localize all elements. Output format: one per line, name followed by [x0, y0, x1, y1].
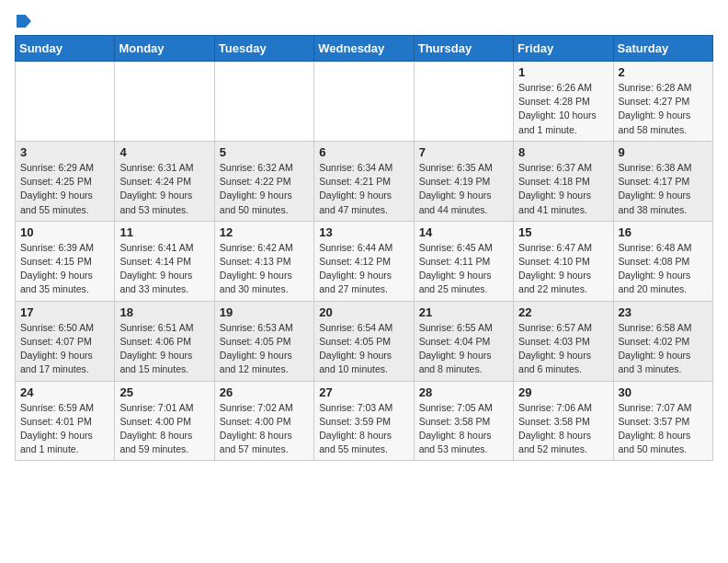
day-number: 3	[20, 145, 109, 159]
calendar-cell: 27Sunrise: 7:03 AM Sunset: 3:59 PM Dayli…	[314, 381, 414, 461]
day-number: 20	[319, 305, 408, 319]
day-info: Sunrise: 6:53 AM Sunset: 4:05 PM Dayligh…	[220, 321, 309, 377]
calendar-cell: 5Sunrise: 6:32 AM Sunset: 4:22 PM Daylig…	[214, 141, 313, 221]
day-number: 5	[220, 145, 309, 159]
day-info: Sunrise: 6:59 AM Sunset: 4:01 PM Dayligh…	[20, 401, 109, 457]
logo	[15, 15, 31, 28]
day-info: Sunrise: 7:05 AM Sunset: 3:58 PM Dayligh…	[419, 401, 508, 457]
day-number: 24	[20, 385, 109, 399]
day-number: 7	[419, 145, 508, 159]
day-number: 22	[518, 305, 608, 319]
day-info: Sunrise: 6:42 AM Sunset: 4:13 PM Dayligh…	[220, 241, 309, 297]
calendar-cell: 30Sunrise: 7:07 AM Sunset: 3:57 PM Dayli…	[613, 381, 712, 461]
day-info: Sunrise: 6:32 AM Sunset: 4:22 PM Dayligh…	[220, 161, 309, 217]
day-info: Sunrise: 6:37 AM Sunset: 4:18 PM Dayligh…	[518, 161, 608, 217]
calendar-cell: 8Sunrise: 6:37 AM Sunset: 4:18 PM Daylig…	[514, 141, 613, 221]
day-number: 18	[119, 305, 209, 319]
calendar-cell: 17Sunrise: 6:50 AM Sunset: 4:07 PM Dayli…	[16, 301, 115, 381]
day-info: Sunrise: 6:48 AM Sunset: 4:08 PM Dayligh…	[619, 241, 708, 297]
calendar-cell: 9Sunrise: 6:38 AM Sunset: 4:17 PM Daylig…	[613, 141, 712, 221]
day-number: 6	[319, 145, 408, 159]
logo-icon	[17, 15, 31, 28]
calendar-cell	[115, 62, 214, 142]
day-number: 14	[419, 225, 508, 239]
day-info: Sunrise: 6:28 AM Sunset: 4:27 PM Dayligh…	[619, 81, 708, 137]
day-number: 2	[619, 65, 708, 79]
weekday-header: Thursday	[414, 36, 513, 62]
day-number: 30	[619, 385, 708, 399]
day-info: Sunrise: 6:31 AM Sunset: 4:24 PM Dayligh…	[119, 161, 209, 217]
day-info: Sunrise: 6:50 AM Sunset: 4:07 PM Dayligh…	[20, 321, 109, 377]
day-number: 1	[518, 65, 608, 79]
calendar-header: SundayMondayTuesdayWednesdayThursdayFrid…	[16, 36, 713, 62]
calendar-cell: 22Sunrise: 6:57 AM Sunset: 4:03 PM Dayli…	[514, 301, 613, 381]
day-info: Sunrise: 6:38 AM Sunset: 4:17 PM Dayligh…	[619, 161, 708, 217]
calendar-cell: 20Sunrise: 6:54 AM Sunset: 4:05 PM Dayli…	[314, 301, 414, 381]
day-info: Sunrise: 7:07 AM Sunset: 3:57 PM Dayligh…	[619, 401, 708, 457]
calendar-cell: 15Sunrise: 6:47 AM Sunset: 4:10 PM Dayli…	[514, 221, 613, 301]
day-info: Sunrise: 6:54 AM Sunset: 4:05 PM Dayligh…	[319, 321, 408, 377]
calendar-cell: 1Sunrise: 6:26 AM Sunset: 4:28 PM Daylig…	[514, 62, 613, 142]
day-info: Sunrise: 7:01 AM Sunset: 4:00 PM Dayligh…	[119, 401, 209, 457]
calendar-cell: 25Sunrise: 7:01 AM Sunset: 4:00 PM Dayli…	[115, 381, 214, 461]
weekday-header: Sunday	[16, 36, 115, 62]
calendar-week-row: 1Sunrise: 6:26 AM Sunset: 4:28 PM Daylig…	[16, 62, 713, 142]
calendar-cell	[414, 62, 513, 142]
day-number: 27	[319, 385, 408, 399]
day-info: Sunrise: 6:58 AM Sunset: 4:02 PM Dayligh…	[619, 321, 708, 377]
day-info: Sunrise: 6:39 AM Sunset: 4:15 PM Dayligh…	[20, 241, 109, 297]
calendar-cell: 19Sunrise: 6:53 AM Sunset: 4:05 PM Dayli…	[214, 301, 313, 381]
day-number: 10	[20, 225, 109, 239]
day-info: Sunrise: 6:45 AM Sunset: 4:11 PM Dayligh…	[419, 241, 508, 297]
calendar-cell: 4Sunrise: 6:31 AM Sunset: 4:24 PM Daylig…	[115, 141, 214, 221]
day-info: Sunrise: 6:41 AM Sunset: 4:14 PM Dayligh…	[119, 241, 209, 297]
day-number: 4	[119, 145, 209, 159]
day-number: 12	[220, 225, 309, 239]
day-info: Sunrise: 6:34 AM Sunset: 4:21 PM Dayligh…	[319, 161, 408, 217]
calendar-cell: 10Sunrise: 6:39 AM Sunset: 4:15 PM Dayli…	[16, 221, 115, 301]
weekday-header: Tuesday	[214, 36, 313, 62]
calendar-cell: 26Sunrise: 7:02 AM Sunset: 4:00 PM Dayli…	[214, 381, 313, 461]
day-number: 28	[419, 385, 508, 399]
calendar-cell: 18Sunrise: 6:51 AM Sunset: 4:06 PM Dayli…	[115, 301, 214, 381]
calendar-cell	[16, 62, 115, 142]
day-number: 15	[518, 225, 608, 239]
day-info: Sunrise: 6:26 AM Sunset: 4:28 PM Dayligh…	[518, 81, 608, 137]
calendar-cell: 12Sunrise: 6:42 AM Sunset: 4:13 PM Dayli…	[214, 221, 313, 301]
day-number: 23	[619, 305, 708, 319]
weekday-header: Monday	[115, 36, 214, 62]
page-header	[15, 15, 713, 28]
day-number: 19	[220, 305, 309, 319]
day-number: 13	[319, 225, 408, 239]
day-info: Sunrise: 6:47 AM Sunset: 4:10 PM Dayligh…	[518, 241, 608, 297]
calendar-cell: 24Sunrise: 6:59 AM Sunset: 4:01 PM Dayli…	[16, 381, 115, 461]
calendar-cell: 23Sunrise: 6:58 AM Sunset: 4:02 PM Dayli…	[613, 301, 712, 381]
day-info: Sunrise: 6:57 AM Sunset: 4:03 PM Dayligh…	[518, 321, 608, 377]
day-info: Sunrise: 6:29 AM Sunset: 4:25 PM Dayligh…	[20, 161, 109, 217]
day-info: Sunrise: 7:02 AM Sunset: 4:00 PM Dayligh…	[220, 401, 309, 457]
calendar-cell: 29Sunrise: 7:06 AM Sunset: 3:58 PM Dayli…	[514, 381, 613, 461]
day-number: 26	[220, 385, 309, 399]
calendar-week-row: 10Sunrise: 6:39 AM Sunset: 4:15 PM Dayli…	[16, 221, 713, 301]
day-number: 29	[518, 385, 608, 399]
calendar-cell: 13Sunrise: 6:44 AM Sunset: 4:12 PM Dayli…	[314, 221, 414, 301]
calendar-cell: 11Sunrise: 6:41 AM Sunset: 4:14 PM Dayli…	[115, 221, 214, 301]
day-info: Sunrise: 7:03 AM Sunset: 3:59 PM Dayligh…	[319, 401, 408, 457]
day-number: 9	[619, 145, 708, 159]
calendar-week-row: 17Sunrise: 6:50 AM Sunset: 4:07 PM Dayli…	[16, 301, 713, 381]
calendar-cell	[314, 62, 414, 142]
day-info: Sunrise: 6:51 AM Sunset: 4:06 PM Dayligh…	[119, 321, 209, 377]
calendar-table: SundayMondayTuesdayWednesdayThursdayFrid…	[15, 35, 713, 461]
day-number: 17	[20, 305, 109, 319]
day-info: Sunrise: 6:35 AM Sunset: 4:19 PM Dayligh…	[419, 161, 508, 217]
weekday-header: Friday	[514, 36, 613, 62]
day-number: 25	[119, 385, 209, 399]
calendar-cell: 7Sunrise: 6:35 AM Sunset: 4:19 PM Daylig…	[414, 141, 513, 221]
calendar-cell: 16Sunrise: 6:48 AM Sunset: 4:08 PM Dayli…	[613, 221, 712, 301]
day-info: Sunrise: 7:06 AM Sunset: 3:58 PM Dayligh…	[518, 401, 608, 457]
calendar-cell: 14Sunrise: 6:45 AM Sunset: 4:11 PM Dayli…	[414, 221, 513, 301]
weekday-header: Wednesday	[314, 36, 414, 62]
calendar-cell: 21Sunrise: 6:55 AM Sunset: 4:04 PM Dayli…	[414, 301, 513, 381]
calendar-week-row: 3Sunrise: 6:29 AM Sunset: 4:25 PM Daylig…	[16, 141, 713, 221]
day-number: 16	[619, 225, 708, 239]
